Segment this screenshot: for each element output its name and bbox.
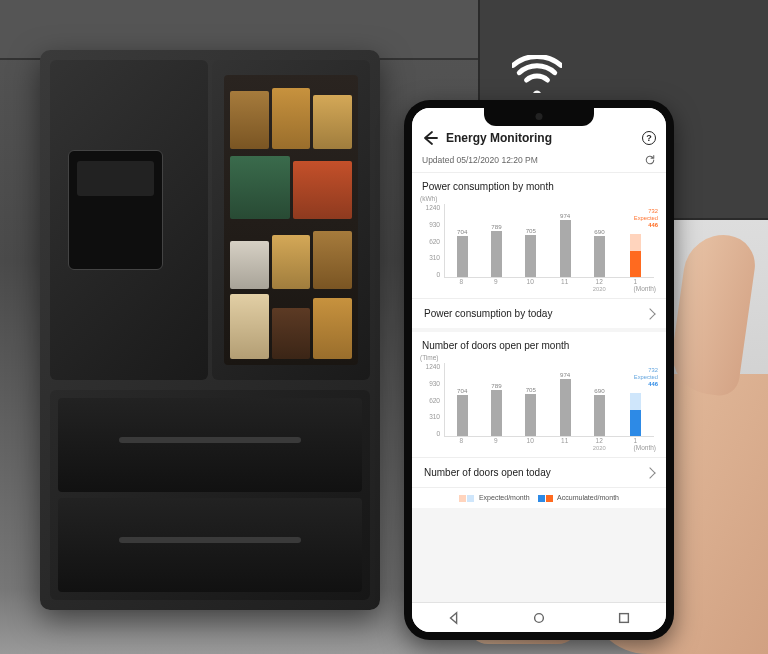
svg-rect-1: [619, 613, 628, 622]
page-title: Energy Monitoring: [446, 131, 634, 145]
x-tick: 9: [480, 437, 510, 451]
x-tick: 8: [446, 437, 476, 451]
phone-screen: Energy Monitoring ? Updated 05/12/2020 1…: [412, 108, 666, 632]
x-tick: 8: [446, 278, 476, 292]
fridge-shelf: [230, 81, 352, 149]
section-title: Number of doors open per month: [412, 332, 666, 355]
section-doors-month: Number of doors open per month (Time) 12…: [412, 332, 666, 487]
wifi-icon: [512, 55, 562, 95]
bar-value-label: 974: [560, 212, 570, 219]
bar-value-label: 974: [560, 371, 570, 378]
section-title: Power consumption by month: [412, 173, 666, 196]
bar-month-10: 705: [516, 363, 546, 436]
bar-month-12: 690: [584, 363, 614, 436]
legend-item-accumulated: Accumulated/month: [538, 494, 619, 502]
chevron-right-icon: [644, 467, 655, 478]
link-label: Number of doors open today: [424, 467, 551, 478]
bar-accumulated: [630, 251, 641, 277]
x-axis: 8 9 10 11 122020 1: [444, 437, 654, 451]
fridge-shelf: [230, 221, 352, 289]
bar: [594, 236, 605, 277]
y-tick: 930: [420, 221, 440, 228]
android-nav-bar: [412, 602, 666, 632]
bar-month-10: 705: [516, 204, 546, 277]
x-tick: 11: [549, 278, 579, 292]
smartphone: Energy Monitoring ? Updated 05/12/2020 1…: [404, 100, 674, 640]
bar-month-current: 732 Expected 446: [619, 204, 652, 277]
legend-swatch-expected: [459, 495, 474, 502]
bar-value-label: 704: [457, 228, 467, 235]
y-axis: 1240 930 620 310 0: [420, 363, 440, 437]
fridge-shelf: [230, 291, 352, 359]
bar: [525, 235, 536, 277]
bar: [594, 395, 605, 436]
water-ice-dispenser: [68, 150, 163, 270]
y-unit-label: (Time): [420, 354, 439, 361]
fridge-lower-drawers: [50, 390, 370, 600]
bar-month-9: 789: [481, 204, 511, 277]
bar-month-11: 974: [550, 204, 580, 277]
y-tick: 620: [420, 397, 440, 404]
updated-row: Updated 05/12/2020 12:20 PM: [412, 150, 666, 173]
y-tick: 310: [420, 413, 440, 420]
x-unit-label: (Month): [634, 444, 656, 451]
bar-value-label: 704: [457, 387, 467, 394]
power-consumption-chart: (kWh) 1240 930 620 310 0 704 789: [420, 196, 658, 292]
updated-timestamp: Updated 05/12/2020 12:20 PM: [422, 155, 538, 165]
bar-month-8: 704: [447, 363, 477, 436]
bar-value-label: 789: [491, 223, 501, 230]
bar-value-label: 789: [491, 382, 501, 389]
power-today-link[interactable]: Power consumption by today: [412, 298, 666, 328]
y-tick: 930: [420, 380, 440, 387]
bar-accumulated: [630, 410, 641, 436]
x-tick: 122020: [584, 437, 614, 451]
bar-month-11: 974: [550, 363, 580, 436]
android-recent-icon[interactable]: [617, 611, 631, 625]
refresh-icon[interactable]: [644, 154, 656, 166]
legend-swatch-accumulated: [538, 495, 553, 502]
legend-item-expected: Expected/month: [459, 494, 530, 502]
instaview-window: [224, 75, 358, 365]
freezer-drawer: [58, 498, 362, 592]
fridge-shelf: [230, 151, 352, 219]
chart-plot-area: 704 789 705 974: [444, 204, 654, 278]
bar-value-label: 705: [526, 386, 536, 393]
bar: [525, 394, 536, 436]
link-label: Power consumption by today: [424, 308, 552, 319]
x-tick: 10: [515, 278, 545, 292]
y-tick: 0: [420, 430, 440, 437]
display-notch: [484, 108, 594, 126]
bar-month-current: 732 Expected 446: [619, 363, 652, 436]
x-unit-label: (Month): [634, 285, 656, 292]
smart-refrigerator: [40, 50, 380, 610]
bar-value-label: 690: [594, 228, 604, 235]
bar-expected: [630, 234, 641, 251]
android-home-icon[interactable]: [532, 611, 546, 625]
y-tick: 1240: [420, 363, 440, 370]
bar-expected: [630, 393, 641, 410]
y-tick: 620: [420, 238, 440, 245]
freezer-drawer: [58, 398, 362, 492]
fridge-left-door: [50, 60, 208, 380]
bar: [560, 220, 571, 277]
section-power-month: Power consumption by month (kWh) 1240 93…: [412, 173, 666, 328]
x-axis: 8 9 10 11 122020 1: [444, 278, 654, 292]
x-tick: 122020: [584, 278, 614, 292]
x-tick: 11: [549, 437, 579, 451]
chart-plot-area: 704 789 705 974: [444, 363, 654, 437]
chevron-right-icon: [644, 308, 655, 319]
bar: [457, 236, 468, 277]
bar-value-label: 705: [526, 227, 536, 234]
y-tick: 310: [420, 254, 440, 261]
current-bar-labels: 732 Expected 446: [617, 367, 658, 388]
bar: [457, 395, 468, 436]
cooking-pot: [678, 400, 758, 460]
help-icon[interactable]: ?: [642, 131, 656, 145]
y-unit-label: (kWh): [420, 195, 437, 202]
fridge-right-door: [212, 60, 370, 380]
android-back-icon[interactable]: [447, 611, 461, 625]
back-arrow-icon[interactable]: [422, 130, 438, 146]
x-tick: 10: [515, 437, 545, 451]
doors-today-link[interactable]: Number of doors open today: [412, 457, 666, 487]
bar: [491, 231, 502, 277]
